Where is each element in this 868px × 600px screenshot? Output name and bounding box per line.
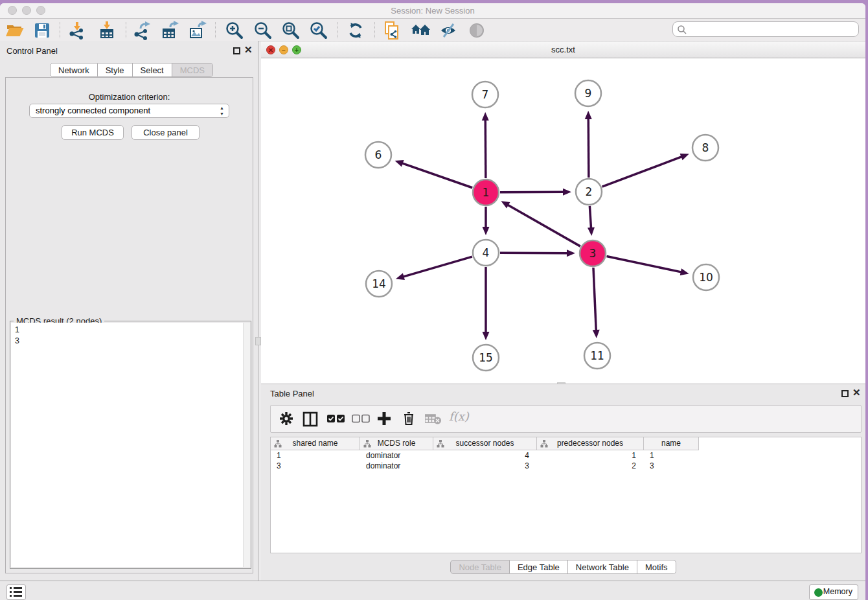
save-icon[interactable] [32,21,52,40]
table-cell[interactable]: 3 [433,461,537,471]
svg-text:3: 3 [589,247,597,260]
graph-node-7[interactable]: 7 [472,82,498,108]
svg-text:9: 9 [585,87,592,100]
close-panel-button[interactable]: Close panel [131,125,200,140]
table-row[interactable]: 1dominator411 [271,450,861,461]
tab-mcds[interactable]: MCDS [172,63,213,77]
open-folder-icon[interactable] [5,21,25,40]
graph-node-6[interactable]: 6 [365,142,391,168]
mcds-result-group: MCDS result (2 nodes) 1 3 [10,321,251,569]
close-panel-icon[interactable]: ✕ [244,44,253,56]
graph-node-2[interactable]: 2 [576,179,602,205]
search-field[interactable] [672,21,859,37]
tab-select[interactable]: Select [133,63,172,77]
eye-slash-icon[interactable] [439,21,458,40]
column-header-shared-name[interactable]: shared name [271,437,360,450]
table-cell[interactable]: dominator [360,450,433,461]
graph-edge-1-6[interactable] [394,160,472,188]
column-header-predecessor-nodes[interactable]: predecessor nodes [537,437,644,450]
zoom-fit-icon[interactable] [281,21,301,40]
optimization-criterion-select[interactable]: strongly connected component ▲▼ [29,104,229,118]
houses-icon[interactable] [410,21,429,40]
tab-motifs[interactable]: Motifs [637,560,676,574]
refresh-icon[interactable] [346,21,365,40]
graph-edge-3-10[interactable] [607,257,689,276]
float-panel-icon[interactable] [233,47,240,54]
export-image-icon[interactable] [188,21,207,40]
table-cell[interactable]: 1 [537,450,644,461]
table-cell[interactable]: 2 [537,461,644,471]
tab-network[interactable]: Network [50,63,98,77]
table-cell[interactable]: dominator [360,461,433,471]
table-cell[interactable]: 4 [433,450,537,461]
zoom-selected-icon[interactable] [309,21,328,40]
network-canvas[interactable]: 7968124314101511 [261,58,865,384]
export-network-icon[interactable] [132,21,152,40]
search-input[interactable] [690,23,854,36]
table-toolbar: f(x) [270,405,862,433]
toolbar-separator [126,22,126,38]
vertical-splitter-handle[interactable] [255,337,261,345]
tab-style[interactable]: Style [98,63,133,77]
graph-node-11[interactable]: 11 [584,343,610,369]
zoom-in-icon[interactable] [225,21,244,40]
select-chevrons-icon: ▲▼ [220,105,224,117]
graph-edge-4-15[interactable] [483,267,490,340]
mcds-result-text[interactable]: 1 3 [11,323,250,567]
graph-edge-2-8[interactable] [602,154,689,187]
table-cell[interactable]: 1 [271,450,360,461]
tab-edge-table[interactable]: Edge Table [510,560,568,574]
task-history-button[interactable] [6,584,26,600]
column-header-successor-nodes[interactable]: successor nodes [433,437,537,450]
graph-edge-1-4[interactable] [483,207,490,235]
table-panel-tabs: Node TableEdge TableNetwork TableMotifs [261,560,865,574]
select-all-checkbox-icon[interactable] [327,414,345,426]
graph-node-15[interactable]: 15 [473,345,499,371]
main-toolbar [0,19,865,41]
split-columns-icon[interactable] [303,411,318,430]
table-close-icon[interactable]: ✕ [852,387,861,398]
graph-edge-1-7[interactable] [482,112,489,178]
graph-node-14[interactable]: 14 [366,271,392,297]
graph-edge-1-2[interactable] [500,189,571,196]
graph-edge-2-3[interactable] [588,206,595,236]
svg-text:14: 14 [372,277,386,290]
graph-edge-4-14[interactable] [396,257,472,280]
main-titlebar: Session: New Session [0,3,865,19]
table-cell[interactable]: 3 [644,461,699,471]
graph-node-9[interactable]: 9 [575,80,601,106]
graph-edge-3-11[interactable] [593,268,600,338]
export-table-icon[interactable] [160,21,179,40]
graph-node-10[interactable]: 10 [693,264,719,290]
deselect-all-checkbox-icon[interactable] [352,414,370,426]
mcds-result-scrollbar[interactable] [243,323,250,567]
column-header-MCDS-role[interactable]: MCDS role [360,437,433,450]
graph-node-3[interactable]: 3 [580,240,606,266]
graph-edge-3-1[interactable] [501,201,580,246]
graph-node-8[interactable]: 8 [692,135,718,161]
graph-edge-4-3[interactable] [500,249,575,257]
graph-node-4[interactable]: 4 [473,240,499,266]
column-header-name[interactable]: name [644,437,699,450]
zoom-out-icon[interactable] [253,21,273,40]
network-graph: 7968124314101511 [261,58,865,384]
table-row[interactable]: 3dominator323 [271,461,861,471]
duplicate-network-icon[interactable] [382,21,402,40]
tab-network-table[interactable]: Network Table [568,560,637,574]
search-icon [677,25,687,35]
gear-icon[interactable] [279,411,294,429]
table-float-icon[interactable] [841,390,849,397]
toolbar-separator [337,22,338,38]
table-cell[interactable]: 1 [644,450,699,461]
import-network-icon[interactable] [67,21,87,40]
graph-node-1[interactable]: 1 [473,179,499,205]
import-table-icon[interactable] [97,21,117,40]
delete-icon[interactable] [401,411,417,429]
add-icon[interactable] [376,411,392,429]
memory-button[interactable]: Memory [809,584,858,600]
run-mcds-button[interactable]: Run MCDS [62,125,124,140]
svg-text:1: 1 [483,186,490,199]
graph-edge-2-9[interactable] [585,111,592,178]
table-cell[interactable]: 3 [271,461,360,471]
tab-node-table[interactable]: Node Table [450,560,510,574]
